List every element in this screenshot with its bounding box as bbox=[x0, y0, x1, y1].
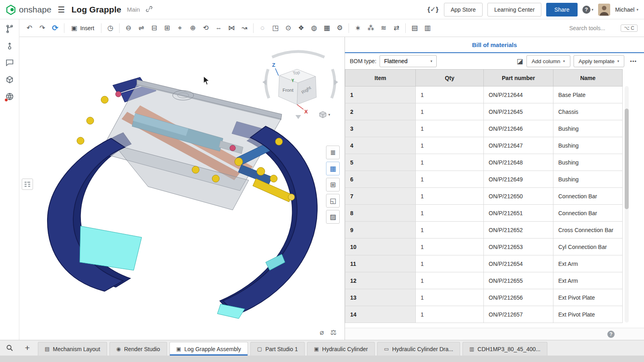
insert-button[interactable]: ▣ Insert bbox=[67, 22, 98, 35]
bom-cell-qty: 1 bbox=[416, 306, 484, 323]
table-row[interactable]: 41ON/P/212647Bushing bbox=[345, 137, 623, 154]
help-icon: ? bbox=[582, 6, 590, 14]
table-row[interactable]: 11ON/P/212644Base Plate bbox=[345, 86, 623, 103]
table-row[interactable]: 71ON/P/212650Connection Bar bbox=[345, 188, 623, 205]
drawing-sheet-icon[interactable]: ▤ bbox=[409, 22, 421, 34]
swap-instances-icon[interactable]: ⇄ bbox=[390, 22, 402, 34]
bom-column-header[interactable]: Name bbox=[553, 70, 623, 86]
bom-type-dropdown[interactable]: Flattened ▾ bbox=[380, 55, 437, 67]
bom-column-header[interactable]: Item bbox=[345, 70, 416, 86]
table-row[interactable]: 51ON/P/212648Bushing bbox=[345, 154, 623, 171]
custom-tables-button[interactable]: ▨ bbox=[326, 210, 340, 224]
gears-icon[interactable]: ∗ bbox=[352, 22, 364, 34]
slider-mate-icon[interactable]: ⊟ bbox=[148, 22, 160, 34]
spring-icon[interactable]: ≋ bbox=[378, 22, 390, 34]
rotate-instance-icon[interactable]: ⟲ bbox=[200, 22, 212, 34]
mirror-instance-icon[interactable]: ⋈ bbox=[225, 22, 237, 34]
table-row[interactable]: 121ON/P/212655Ext Arm bbox=[345, 272, 623, 289]
user-menu-button[interactable]: Michael ▾ bbox=[615, 6, 638, 13]
bom-table-button[interactable]: ▦ bbox=[326, 162, 340, 175]
explode-view-icon[interactable]: ◍ bbox=[308, 22, 320, 34]
bom-column-header[interactable]: Qty bbox=[416, 70, 484, 86]
tab-hydraulic-cylinder[interactable]: ▣Hydraulic Cylinder bbox=[307, 342, 375, 356]
viewport[interactable]: Top Front Right Z X Y ▾ ≣▦⊞◱▨ ⌀⚖ bbox=[19, 37, 345, 340]
materials-library-icon[interactable] bbox=[3, 90, 16, 103]
onshape-logo-icon bbox=[6, 4, 16, 15]
insert-icon: ▣ bbox=[71, 24, 77, 32]
bom-table: ItemQtyPart numberName 11ON/P/212644Base… bbox=[345, 69, 623, 323]
share-link-icon[interactable] bbox=[146, 6, 153, 14]
insert-part-icon[interactable]: ⊙ bbox=[282, 22, 294, 34]
versions-history-icon[interactable] bbox=[3, 23, 16, 35]
revolute-mate-icon[interactable]: ⇌ bbox=[135, 22, 147, 34]
measure-icon[interactable]: ⌀ bbox=[320, 328, 324, 337]
edit-in-context-icon[interactable]: ◳ bbox=[269, 22, 281, 34]
bom-tool-icon[interactable]: ▥ bbox=[421, 22, 433, 34]
table-row[interactable]: 21ON/P/212645Chassis bbox=[345, 103, 623, 120]
cube-icon bbox=[319, 111, 327, 119]
table-row[interactable]: 131ON/P/212656Ext Pivot Plate bbox=[345, 289, 623, 306]
help-menu-button[interactable]: ? ▾ bbox=[582, 6, 594, 14]
fastened-mate-icon[interactable]: ⊖ bbox=[122, 22, 134, 34]
learning-center-button[interactable]: Learning Center bbox=[487, 3, 541, 16]
bom-scrollbar[interactable] bbox=[625, 86, 629, 323]
mass-properties-icon[interactable]: ◷ bbox=[104, 22, 116, 34]
workspace-name[interactable]: Main bbox=[127, 6, 140, 13]
more-options-icon[interactable]: ••• bbox=[627, 58, 639, 64]
app-store-button[interactable]: App Store bbox=[444, 3, 483, 16]
translate-instance-icon[interactable]: ⇔ bbox=[213, 22, 225, 34]
table-row[interactable]: 91ON/P/212652Cross Connection Bar bbox=[345, 222, 623, 239]
onshape-logo[interactable]: onshape bbox=[6, 4, 52, 15]
learning-parts-icon[interactable] bbox=[3, 73, 16, 86]
mate-connector-icon[interactable]: ⌖ bbox=[174, 22, 186, 34]
comments-icon[interactable] bbox=[3, 56, 16, 69]
bom-help-icon[interactable]: ? bbox=[607, 331, 615, 338]
tab-log-grapple-assembly[interactable]: ▣Log Grapple Assembly bbox=[169, 342, 248, 356]
planar-mate-icon[interactable]: ⊞ bbox=[161, 22, 173, 34]
add-tab-button[interactable]: + bbox=[19, 340, 35, 356]
update-button[interactable]: ⟳ bbox=[49, 22, 61, 34]
assembly-tree-toggle[interactable] bbox=[22, 179, 33, 190]
redo-button[interactable]: ↷ bbox=[36, 22, 48, 34]
mate-connector-sidebar-icon[interactable] bbox=[3, 39, 16, 52]
tab-search-icon[interactable] bbox=[0, 340, 19, 356]
tab-hydraulic-cylinder-dra[interactable]: ▭Hydraulic Cylinder Dra... bbox=[377, 342, 460, 356]
table-row[interactable]: 141ON/P/212657Ext Pivot Plate bbox=[345, 306, 623, 323]
tab-label: Mechanism Layout bbox=[53, 346, 100, 352]
featurescript-icon[interactable]: {✓} bbox=[427, 4, 439, 16]
tab-cdh1mp3-80-45-400[interactable]: ▥CDH1MP3_80_45_400... bbox=[462, 342, 547, 356]
avatar[interactable] bbox=[598, 4, 610, 16]
bom-column-header[interactable]: Part number bbox=[484, 70, 553, 86]
occurrence-list-button[interactable]: ≣ bbox=[326, 146, 340, 159]
undo-button[interactable]: ↶ bbox=[23, 22, 35, 34]
ball-mate-icon[interactable]: ⊕ bbox=[187, 22, 199, 34]
appearance-icon[interactable]: ⚙ bbox=[334, 22, 346, 34]
search-tools-input[interactable] bbox=[569, 25, 617, 31]
view-options-button[interactable]: ▾ bbox=[314, 109, 335, 121]
mass-properties-corner-icon[interactable]: ⚖ bbox=[330, 328, 336, 337]
table-row[interactable]: 101ON/P/212653Cyl Connection Bar bbox=[345, 239, 623, 255]
tab-render-studio[interactable]: ◉Render Studio bbox=[109, 342, 167, 356]
pattern-icon[interactable]: ▦ bbox=[321, 22, 333, 34]
tab-mechanism-layout[interactable]: ▤Mechanism Layout bbox=[38, 342, 107, 356]
table-row[interactable]: 31ON/P/212646Bushing bbox=[345, 120, 623, 137]
bom-cell-item: 9 bbox=[345, 222, 416, 239]
tab-part-studio-1[interactable]: ▢Part Studio 1 bbox=[250, 342, 305, 356]
bom-reference-icon[interactable]: ◪ bbox=[517, 57, 523, 66]
share-button[interactable]: Share bbox=[546, 3, 577, 16]
instance-copies-button[interactable]: ⊞ bbox=[326, 178, 340, 191]
y-axis-label: Y bbox=[291, 78, 294, 83]
apply-template-button[interactable]: Apply template ▾ bbox=[574, 55, 625, 67]
animate-mate-icon[interactable]: ↝ bbox=[238, 22, 250, 34]
add-column-button[interactable]: Add column ▾ bbox=[526, 55, 570, 67]
select-parts-icon[interactable]: ◌ bbox=[256, 22, 268, 34]
table-row[interactable]: 111ON/P/212654Ext Arm bbox=[345, 255, 623, 272]
table-row[interactable]: 81ON/P/212651Connection Bar bbox=[345, 205, 623, 222]
bom-scrollbar-thumb[interactable] bbox=[625, 109, 629, 209]
custom-feature-icon[interactable]: ⁂ bbox=[365, 22, 377, 34]
table-row[interactable]: 61ON/P/212649Bushing bbox=[345, 171, 623, 188]
replicate-icon[interactable]: ❖ bbox=[295, 22, 307, 34]
main-menu-icon[interactable]: ☰ bbox=[57, 5, 66, 14]
view-cube-front-label[interactable]: Front bbox=[283, 88, 294, 93]
section-view-button[interactable]: ◱ bbox=[326, 194, 340, 208]
